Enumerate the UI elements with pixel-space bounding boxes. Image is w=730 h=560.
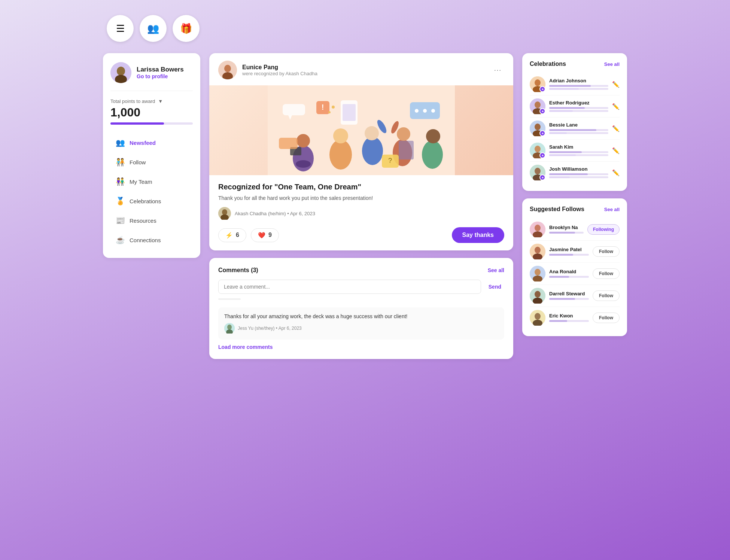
svg-point-62 (535, 247, 541, 253)
heart-reaction-button[interactable]: ❤️ 9 (251, 228, 279, 242)
svg-point-53 (535, 146, 541, 152)
lightning-icon: ⚡ (225, 232, 233, 239)
my-team-icon: 👫 (116, 177, 125, 186)
sidebar-item-resources[interactable]: 📰 Resources (110, 211, 193, 229)
person-name: Brooklyn Na (549, 225, 584, 230)
resources-label: Resources (130, 217, 156, 224)
sidebar-item-follow[interactable]: 🧑‍🤝‍🧑 Follow (110, 153, 193, 171)
more-options-button[interactable]: ⋯ (491, 64, 504, 76)
person-name: Ana Ronald (549, 269, 589, 274)
svg-point-50 (535, 124, 541, 130)
comment-input-row: Send (218, 280, 504, 294)
suggested-follows-see-all[interactable]: See all (604, 207, 620, 212)
list-item: ★ Bessie Lane ✏️ (530, 118, 620, 140)
person-info-eric: Eric Kwon (549, 313, 589, 323)
person-info-brooklyn: Brooklyn Na (549, 225, 584, 235)
follow-icon: 🧑‍🤝‍🧑 (116, 158, 125, 167)
follow-button-ana[interactable]: Follow (593, 268, 620, 279)
svg-rect-36 (399, 141, 414, 159)
edit-button-josh[interactable]: ✏️ (612, 169, 620, 176)
sender-avatar (218, 207, 231, 220)
lightning-reaction-button[interactable]: ⚡ 6 (218, 228, 246, 242)
person-avatar-adrian: ★ (530, 76, 545, 92)
gift-icon: 🎁 (180, 23, 192, 34)
svg-point-4 (224, 65, 231, 72)
newsfeed-icon: 👥 (116, 138, 125, 147)
follow-button-eric[interactable]: Follow (593, 313, 620, 323)
dropdown-icon[interactable]: ▼ (158, 98, 163, 104)
celebrations-panel: Celebrations See all ★ Adrian Johnson ✏️ (522, 53, 627, 191)
svg-point-12 (333, 128, 348, 143)
people-icon: 👥 (147, 23, 159, 34)
celebration-badge: ★ (539, 86, 545, 92)
right-panel: Celebrations See all ★ Adrian Johnson ✏️ (522, 53, 627, 336)
say-thanks-button[interactable]: Say thanks (452, 227, 504, 243)
comment-meta: Jess Yu (she/they) • Apr 6, 2023 (224, 323, 498, 334)
gift-button[interactable]: 🎁 (173, 15, 200, 42)
svg-point-26 (415, 109, 419, 113)
post-meta: Akash Chadha (he/him) • Apr 6, 2023 (218, 207, 504, 220)
post-author-avatar (218, 61, 237, 79)
person-info-esther: Esther Rodriguez (549, 100, 608, 113)
sidebar-item-newsfeed[interactable]: 👥 Newsfeed (110, 134, 193, 152)
points-label: Total points to award ▼ (110, 98, 193, 104)
person-avatar-ana (530, 266, 545, 281)
svg-text:?: ? (388, 157, 392, 164)
comments-see-all[interactable]: See all (488, 267, 504, 273)
user-name: Larissa Bowers (137, 66, 184, 73)
comment-input[interactable] (218, 280, 481, 294)
person-avatar-bessie: ★ (530, 121, 545, 136)
menu-button[interactable]: ☰ (107, 15, 134, 42)
person-avatar-brooklyn (530, 222, 545, 237)
svg-point-47 (535, 101, 541, 108)
person-name: Sarah Kim (549, 144, 608, 150)
heart-count: 9 (268, 232, 272, 238)
svg-point-1 (117, 67, 125, 76)
send-comment-button[interactable]: Send (486, 280, 504, 294)
menu-icon: ☰ (116, 23, 125, 34)
celebrations-see-all[interactable]: See all (604, 61, 620, 67)
svg-point-38 (222, 209, 227, 215)
load-more-comments-link[interactable]: Load more comments (218, 344, 504, 350)
resources-icon: 📰 (116, 216, 125, 225)
list-item: ★ Adrian Johnson ✏️ (530, 73, 620, 95)
post-actions: ⚡ 6 ❤️ 9 Say thanks (218, 227, 504, 243)
comment-divider (218, 298, 241, 300)
suggested-follows-header: Suggested Follows See all (530, 206, 620, 213)
follow-button-jasmine[interactable]: Follow (593, 246, 620, 257)
sidebar-item-connections[interactable]: ☕ Connections (110, 231, 193, 249)
go-to-profile-link[interactable]: Go to profile (137, 73, 184, 79)
svg-point-68 (535, 291, 541, 298)
user-avatar (110, 62, 131, 83)
sidebar-item-celebrations[interactable]: 🏅 Celebrations (110, 192, 193, 210)
person-name: Esther Rodriguez (549, 100, 608, 106)
people-button[interactable]: 👥 (140, 15, 167, 42)
post-card: Eunice Pang were recognized by Akash Cha… (209, 53, 513, 250)
follow-label: Follow (130, 159, 146, 165)
post-title: Recognized for "One Team, One Dream" (218, 183, 504, 191)
sidebar-item-my-team[interactable]: 👫 My Team (110, 173, 193, 191)
celebrations-icon: 🏅 (116, 197, 125, 206)
edit-button-esther[interactable]: ✏️ (612, 103, 620, 110)
person-name: Darrell Steward (549, 291, 589, 296)
newsfeed-label: Newsfeed (130, 140, 156, 146)
list-item: Darrell Steward Follow (530, 285, 620, 307)
list-item: ★ Sarah Kim ✏️ (530, 140, 620, 162)
edit-button-adrian[interactable]: ✏️ (612, 81, 620, 88)
person-name: Eric Kwon (549, 313, 589, 319)
person-avatar-darrell (530, 288, 545, 304)
person-name: Adrian Johnson (549, 78, 608, 83)
list-item: ★ Esther Rodriguez ✏️ (530, 95, 620, 118)
edit-button-sarah[interactable]: ✏️ (612, 147, 620, 154)
following-button-brooklyn[interactable]: Following (587, 224, 620, 235)
follow-button-darrell[interactable]: Follow (593, 290, 620, 301)
post-illustration: ? ! (209, 85, 513, 175)
svg-rect-33 (279, 138, 298, 149)
person-name: Josh Williamson (549, 166, 608, 172)
celebration-badge: ★ (539, 130, 545, 136)
list-item: ★ Josh Williamson ✏️ (530, 162, 620, 183)
post-subtitle: were recognized by Akash Chadha (242, 71, 317, 76)
post-body-text: Thank you for all the hard work you put … (218, 195, 504, 201)
svg-point-41 (227, 325, 232, 330)
edit-button-bessie[interactable]: ✏️ (612, 125, 620, 132)
